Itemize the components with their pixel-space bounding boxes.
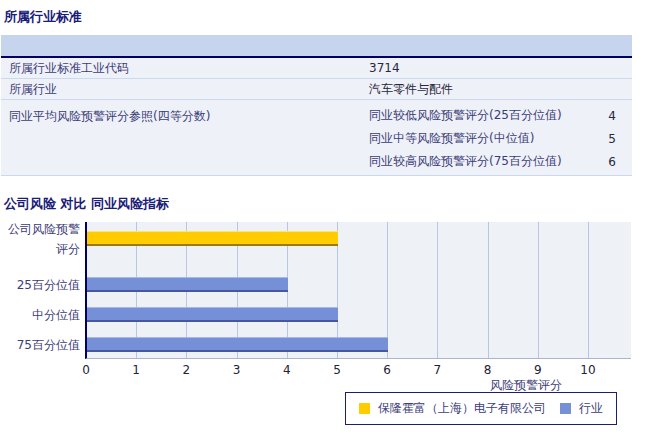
row-value: 汽车零件与配件 [365,81,632,98]
bar-plot [85,222,631,359]
x-tick: 4 [283,363,291,377]
sub-row-value: 4 [602,109,632,123]
sub-row: 同业中等风险预警评分(中位值) 5 [365,127,632,150]
x-tick: 10 [580,363,595,377]
x-tick: 1 [132,363,140,377]
x-tick: 7 [434,363,442,377]
table-row: 所属行业标准工业代码 3714 [1,58,632,79]
sub-row-value: 6 [602,155,632,169]
legend-item-company: 保隆霍富（上海）电子有限公司 [359,400,546,417]
table-row: 所属行业 汽车零件与配件 [1,79,632,100]
row-value: 3714 [365,61,632,75]
row-label: 所属行业 [1,81,365,98]
row-subtable: 同业较低风险预警评分(25百分位值) 4 同业中等风险预警评分(中位值) 5 同… [365,100,632,175]
x-tick: 0 [82,363,90,377]
chart-legend: 保隆霍富（上海）电子有限公司 行业 [345,392,617,425]
sub-row: 同业较低风险预警评分(25百分位值) 4 [365,104,632,127]
x-tick: 5 [333,363,341,377]
legend-item-industry: 行业 [560,400,603,417]
x-tick: 3 [233,363,241,377]
legend-swatch-company-icon [359,403,370,414]
section-title-risk-comparison: 公司风险 对比 同业风险指标 [4,195,169,213]
bar-company [87,231,338,246]
row-label: 同业平均风险预警评分参照(四等分数) [1,100,365,175]
y-axis-category-label: 25百分位值 [0,275,80,295]
gridline [588,222,589,358]
bar-industry [87,277,288,292]
risk-comparison-bar-chart: 012345678910 风险预警评分 保隆霍富（上海）电子有限公司 行业 公司… [0,222,666,433]
x-tick: 6 [383,363,391,377]
row-label: 所属行业标准工业代码 [1,60,365,77]
y-axis-category-label: 中分位值 [0,305,80,325]
gridline [538,222,539,358]
gridline [437,222,438,358]
bar-industry [87,337,388,352]
y-axis-category-label: 公司风险预警评分 [0,219,80,259]
sub-row-value: 5 [602,132,632,146]
x-tick: 9 [534,363,542,377]
table-header-band [1,35,632,58]
sub-row-label: 同业中等风险预警评分(中位值) [365,130,602,147]
sub-row-label: 同业较低风险预警评分(25百分位值) [365,107,602,124]
page: 所属行业标准 所属行业标准工业代码 3714 所属行业 汽车零件与配件 同业平均… [0,0,666,433]
legend-label-company: 保隆霍富（上海）电子有限公司 [378,400,546,417]
x-axis-ticks: 012345678910 [0,363,666,377]
sub-row: 同业较高风险预警评分(75百分位值) 6 [365,150,632,173]
legend-label-industry: 行业 [579,400,603,417]
y-axis-category-label: 75百分位值 [0,335,80,355]
x-tick: 2 [183,363,191,377]
legend-swatch-industry-icon [560,403,571,414]
x-tick: 8 [484,363,492,377]
gridline [488,222,489,358]
section-title-industry-standard: 所属行业标准 [4,8,82,26]
industry-standard-table: 所属行业标准工业代码 3714 所属行业 汽车零件与配件 同业平均风险预警评分参… [1,35,632,176]
sub-row-label: 同业较高风险预警评分(75百分位值) [365,153,602,170]
table-row: 同业平均风险预警评分参照(四等分数) 同业较低风险预警评分(25百分位值) 4 … [1,100,632,176]
bar-industry [87,307,338,322]
